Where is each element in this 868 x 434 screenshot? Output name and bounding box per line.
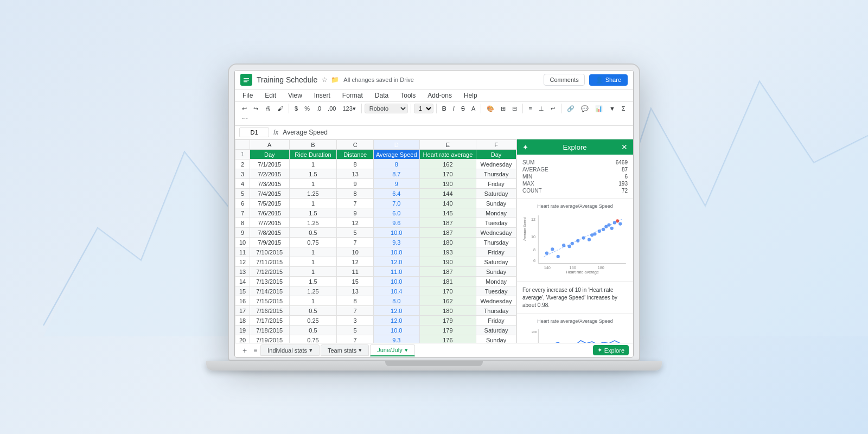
cell-avg-speed[interactable]: 12.0 [373,306,419,316]
cell-date[interactable]: 7/14/2015 [250,286,290,296]
cell-hr[interactable]: 170 [419,169,476,179]
cell-avg-speed[interactable]: 10.0 [373,277,419,286]
insert-comment-button[interactable]: 💬 [578,104,591,113]
cell-day[interactable]: Sunday [476,199,516,208]
cell-duration[interactable]: 1.25 [289,286,337,296]
strikethrough-button[interactable]: S [458,104,468,113]
cell-distance[interactable]: 7 [337,306,373,316]
cell-date[interactable]: 7/19/2015 [250,335,290,343]
col-header-f[interactable]: F [476,140,516,150]
tab-junejuly-dropdown[interactable]: ▾ [405,347,408,354]
currency-button[interactable]: $ [292,104,301,113]
cell-distance[interactable]: 12 [337,218,373,228]
cell-avg-speed[interactable]: 10.0 [373,228,419,238]
tab-team-stats[interactable]: Team stats ▾ [321,344,369,356]
spreadsheet-area[interactable]: A B C D E F 1 Day Ride [235,139,516,343]
text-wrap-button[interactable]: ↵ [548,104,558,113]
cell-hr[interactable]: 145 [419,208,476,218]
menu-data[interactable]: Data [373,91,391,100]
col-header-a[interactable]: A [250,140,290,150]
menu-addons[interactable]: Add-ons [425,91,454,100]
font-color-button[interactable]: A [469,104,478,113]
cell-distance[interactable]: 7 [337,238,373,247]
cell-reference[interactable]: D1 [239,127,269,137]
cell-avg-speed[interactable]: 9.6 [373,218,419,228]
functions-button[interactable]: Σ [619,104,628,113]
cell-hr[interactable]: 162 [419,296,476,306]
tab-individual-stats[interactable]: Individual stats ▾ [260,344,320,356]
cell-distance[interactable]: 7 [337,335,373,343]
cell-duration[interactable]: 1 [289,257,337,267]
cell-hr[interactable]: 187 [419,267,476,277]
cell-hr[interactable]: 170 [419,286,476,296]
cell-day[interactable]: Sunday [476,335,516,343]
cell-day[interactable]: Saturday [476,326,516,335]
cell-avg-speed[interactable]: 11.0 [373,267,419,277]
undo-button[interactable]: ↩ [239,104,250,113]
cell-distance[interactable]: 13 [337,286,373,296]
cell-hr[interactable]: 162 [419,159,476,169]
bold-button[interactable]: B [439,104,449,113]
cell-date[interactable]: 7/17/2015 [250,316,290,326]
cell-duration[interactable]: 1.5 [289,169,337,179]
menu-file[interactable]: File [240,91,255,100]
fill-color-button[interactable]: 🎨 [484,104,497,113]
cell-distance[interactable]: 12 [337,257,373,267]
cell-hr[interactable]: 180 [419,306,476,316]
cell-distance[interactable]: 13 [337,169,373,179]
cell-duration[interactable]: 1 [289,247,337,257]
cell-day[interactable]: Wednesday [476,159,516,169]
cell-date[interactable]: 7/6/2015 [250,208,290,218]
cell-date[interactable]: 7/13/2015 [250,277,290,286]
cell-day[interactable]: Wednesday [476,296,516,306]
cell-day[interactable]: Thursday [476,238,516,247]
cell-duration[interactable]: 0.75 [289,238,337,247]
star-icon[interactable]: ☆ [322,76,328,84]
cell-hr[interactable]: 179 [419,316,476,326]
cell-distance[interactable]: 11 [337,267,373,277]
font-size-select[interactable]: 11 [414,104,433,113]
cell-distance[interactable]: 10 [337,247,373,257]
cell-date[interactable]: 7/2/2015 [250,169,290,179]
cell-date[interactable]: 7/18/2015 [250,326,290,335]
cell-duration[interactable]: 1.25 [289,189,337,199]
cell-hr[interactable]: 180 [419,238,476,247]
cell-duration[interactable]: 1 [289,267,337,277]
align-left-button[interactable]: ≡ [526,104,534,113]
filter-button[interactable]: ▼ [607,104,618,113]
cell-hr[interactable]: 190 [419,257,476,267]
italic-button[interactable]: I [450,104,457,113]
cell-avg-speed[interactable]: 8.0 [373,296,419,306]
cell-distance[interactable]: 9 [337,179,373,189]
cell-avg-speed[interactable]: 9.3 [373,335,419,343]
cell-date[interactable]: 7/10/2015 [250,247,290,257]
menu-tools[interactable]: Tools [398,91,418,100]
col-header-c[interactable]: C [337,140,373,150]
cell-avg-speed[interactable]: 12.0 [373,257,419,267]
share-button[interactable]: 👤 Share [589,74,628,86]
cell-duration[interactable]: 1 [289,179,337,189]
comments-button[interactable]: Comments [544,74,584,86]
print-button[interactable]: 🖨 [262,104,273,113]
cell-day[interactable]: Tuesday [476,286,516,296]
cell-distance[interactable]: 3 [337,316,373,326]
tab-teamstats-dropdown[interactable]: ▾ [359,347,362,354]
cell-date[interactable]: 7/9/2015 [250,238,290,247]
cell-duration[interactable]: 1.5 [289,208,337,218]
cell-hr[interactable]: 190 [419,179,476,189]
menu-help[interactable]: Help [462,91,480,100]
cell-hr[interactable]: 187 [419,218,476,228]
cell-distance[interactable]: 5 [337,326,373,335]
cell-hr[interactable]: 187 [419,228,476,238]
cell-date[interactable]: 7/15/2015 [250,296,290,306]
cell-hr[interactable]: 140 [419,199,476,208]
cell-duration[interactable]: 1 [289,159,337,169]
cell-day[interactable]: Sunday [476,267,516,277]
font-select[interactable]: Roboto [365,104,408,113]
col-header-b[interactable]: B [289,140,337,150]
cell-duration[interactable]: 0.5 [289,326,337,335]
insert-link-button[interactable]: 🔗 [564,104,577,113]
valign-button[interactable]: ⊥ [536,104,547,113]
menu-format[interactable]: Format [340,91,365,100]
cell-day[interactable]: Friday [476,316,516,326]
